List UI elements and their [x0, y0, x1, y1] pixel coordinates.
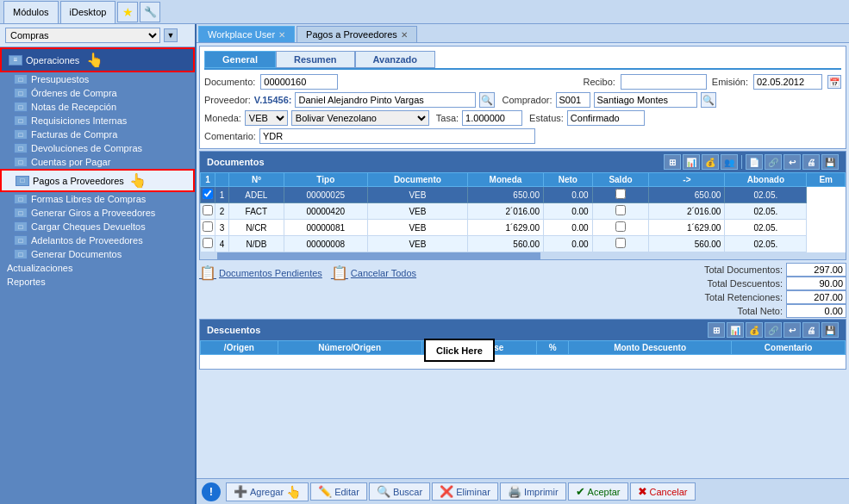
comprador-search-icon[interactable]: 🔍: [701, 92, 716, 108]
moneda-name-select[interactable]: Bolivar Venezolano: [291, 110, 429, 126]
content-tab-pagos[interactable]: Pagos a Proveedores ✕: [297, 26, 417, 42]
total-docs-value: [786, 263, 846, 277]
desc-toolbar-btn4[interactable]: 🔗: [765, 322, 782, 338]
close-pagos-icon[interactable]: ✕: [401, 30, 408, 40]
sidebar-item-presupuestos[interactable]: □ Presupuestos: [0, 72, 195, 86]
tab-idesktop[interactable]: iDesktop: [60, 1, 116, 23]
doc-toolbar-btn8[interactable]: 🖨: [802, 154, 820, 170]
sidebar-item-notas[interactable]: □ Notas de Recepción: [0, 100, 195, 114]
sidebar-item-reportes[interactable]: Reportes: [0, 275, 195, 289]
doc-toolbar-btn3[interactable]: 💰: [702, 154, 719, 170]
formas-icon: □: [14, 194, 28, 204]
close-workplace-icon[interactable]: ✕: [278, 30, 285, 40]
doc-toolbar-btn7[interactable]: ↩: [783, 154, 801, 170]
desc-toolbar-btn6[interactable]: 🖨: [802, 322, 820, 338]
alert-icon[interactable]: !: [202, 482, 221, 501]
sidebar-item-formas[interactable]: □ Formas Libres de Compras: [0, 192, 195, 206]
click-here-button[interactable]: Click Here: [424, 339, 495, 362]
dropdown-arrow[interactable]: ▼: [164, 28, 178, 42]
sidebar-item-devoluciones[interactable]: □ Devoluciones de Compras: [0, 141, 195, 155]
agregar-button[interactable]: ➕ Agregar 👆: [226, 482, 309, 501]
cancelar-todos-link[interactable]: 📋 Cancelar Todos: [331, 264, 416, 281]
sidebar-item-pagos[interactable]: □ Pagos a Proveedores 👆: [0, 169, 195, 192]
comentario-input[interactable]: [259, 128, 535, 144]
desc-toolbar-btn3[interactable]: 💰: [746, 322, 763, 338]
aceptar-icon: ✔: [576, 485, 585, 498]
aceptar-button[interactable]: ✔ Aceptar: [568, 482, 628, 501]
sidebar-item-actualizaciones[interactable]: Actualizaciones: [0, 261, 195, 275]
total-desc-label: Total Descuentos:: [701, 277, 786, 290]
horizontal-scrollbar[interactable]: [200, 252, 846, 259]
doc-toolbar-btn5[interactable]: 📄: [746, 154, 763, 170]
doc-pending-icon: 📋: [199, 264, 216, 281]
sidebar-item-ordenes[interactable]: □ Órdenes de Compra: [0, 86, 195, 100]
eliminar-button[interactable]: ❌ Eliminar: [432, 482, 498, 501]
desc-toolbar-btn5[interactable]: ↩: [783, 322, 801, 338]
sidebar-item-operaciones[interactable]: ≡ Operaciones 👆: [0, 47, 195, 72]
sidebar-dropdown[interactable]: Compras: [5, 28, 160, 43]
desc-toolbar-btn1[interactable]: ⊞: [708, 322, 725, 338]
doc-toolbar-separator: [741, 155, 742, 169]
comprador-code-input[interactable]: [556, 92, 590, 108]
tasa-input[interactable]: [462, 110, 522, 126]
cancelar-button[interactable]: ✖ Cancelar: [630, 482, 696, 501]
sidebar-item-cuentas[interactable]: □ Cuentas por Pagar: [0, 155, 195, 169]
generar-docs-icon: □: [14, 249, 28, 259]
devoluciones-icon: □: [14, 143, 28, 153]
recibo-input[interactable]: [621, 74, 707, 90]
doc-toolbar-btn2[interactable]: 📊: [683, 154, 700, 170]
documento-input[interactable]: [260, 74, 338, 90]
total-neto-label: Total Neto:: [701, 304, 786, 318]
total-docs-label: Total Documentos:: [701, 263, 786, 277]
sidebar-item-adelantos[interactable]: □ Adelantos de Proveedores: [0, 233, 195, 247]
sidebar-item-facturas[interactable]: □ Facturas de Compra: [0, 128, 195, 141]
table-row[interactable]: 3 N/CR 00000081 VEB 1´629.00 0.00 1´629.…: [201, 220, 846, 236]
pagos-icon: □: [16, 176, 29, 186]
proveedor-search-icon[interactable]: 🔍: [479, 92, 495, 108]
sidebar-item-cargar[interactable]: □ Cargar Cheques Devueltos: [0, 220, 195, 233]
documentos-pendientes-link[interactable]: 📋 Documentos Pendientes: [199, 264, 322, 281]
documents-table: 1 Nº Tipo Documento Moneda Neto Saldo ->…: [200, 172, 846, 252]
table-row[interactable]: 1 ADEL 00000025 VEB 650.00 0.00 650.00 0…: [201, 187, 846, 203]
content-area: Workplace User ✕ Pagos a Proveedores ✕ G…: [197, 24, 849, 504]
comprador-name-input[interactable]: [594, 92, 697, 108]
tab-avanzado[interactable]: Avanzado: [355, 51, 436, 68]
table-row[interactable]: 4 N/DB 00000008 VEB 560.00 0.00 560.00 0…: [201, 236, 846, 252]
calendar-icon[interactable]: 📅: [827, 75, 841, 89]
sidebar-item-generar-giros[interactable]: □ Generar Giros a Proveedores: [0, 206, 195, 220]
sidebar: Compras ▼ ≡ Operaciones 👆 □ Presupuestos…: [0, 24, 197, 504]
estatus-input[interactable]: [567, 110, 645, 126]
desc-toolbar-btn7[interactable]: 💾: [821, 322, 839, 338]
moneda-code-select[interactable]: VEB: [245, 110, 288, 126]
content-tab-workplace[interactable]: Workplace User ✕: [198, 26, 295, 42]
imprimir-icon: 🖨️: [508, 485, 521, 498]
tool-icon[interactable]: 🔧: [140, 2, 160, 22]
buscar-button[interactable]: 🔍 Buscar: [369, 482, 430, 501]
tab-general[interactable]: General: [204, 51, 276, 68]
sidebar-item-requisiciones[interactable]: □ Requisiciones Internas: [0, 114, 195, 128]
doc-toolbar-btn4[interactable]: 👥: [721, 154, 738, 170]
editar-button[interactable]: ✏️ Editar: [310, 482, 367, 501]
documents-section: Documentos ⊞ 📊 💰 👥 📄 🔗 ↩ 🖨 💾: [199, 151, 846, 260]
star-icon[interactable]: ★: [117, 2, 138, 22]
emision-input[interactable]: [753, 74, 822, 90]
doc-toolbar-btn9[interactable]: 💾: [821, 154, 839, 170]
desc-toolbar-btn2[interactable]: 📊: [727, 322, 744, 338]
doc-toolbar-btn6[interactable]: 🔗: [765, 154, 782, 170]
comprador-label: Comprador:: [502, 95, 552, 105]
tab-modulos[interactable]: Módulos: [3, 1, 59, 23]
comentario-label: Comentario:: [204, 131, 256, 141]
descuentos-section: Descuentos ⊞ 📊 💰 🔗 ↩ 🖨 💾: [199, 319, 846, 370]
imprimir-button[interactable]: 🖨️ Imprimir: [500, 482, 566, 501]
presupuestos-icon: □: [14, 74, 28, 84]
proveedor-name-input[interactable]: [295, 92, 476, 108]
tab-resumen[interactable]: Resumen: [276, 51, 355, 68]
total-neto-value: [786, 304, 846, 318]
descuentos-title: Descuentos: [207, 325, 260, 335]
sidebar-item-generar-docs[interactable]: □ Generar Documentos: [0, 247, 195, 261]
cancelar-btn-icon: ✖: [638, 485, 647, 498]
table-row[interactable]: 2 FACT 00000420 VEB 2´016.00 0.00 2´016.…: [201, 203, 846, 220]
doc-toolbar-btn1[interactable]: ⊞: [664, 154, 681, 170]
proveedor-prefix: V.15456:: [254, 95, 292, 105]
editar-icon: ✏️: [318, 485, 332, 498]
